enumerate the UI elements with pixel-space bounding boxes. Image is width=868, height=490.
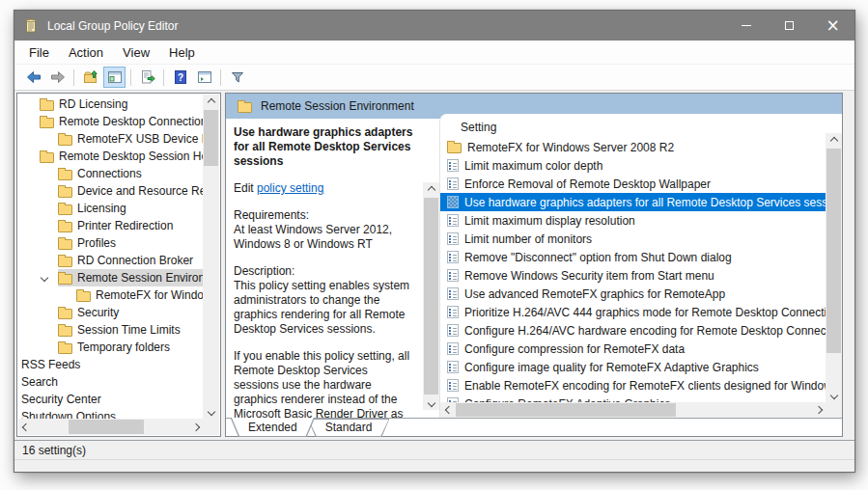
setting-row[interactable]: Remove Windows Security item from Start …	[440, 266, 826, 285]
list-vertical-scrollbar[interactable]	[826, 133, 842, 402]
tree-item[interactable]: Remote Desktop Session Host	[18, 148, 203, 165]
scrollbar-thumb[interactable]	[204, 110, 218, 166]
forward-button[interactable]	[46, 67, 69, 88]
tab-extended-label: Extended	[231, 419, 315, 434]
scroll-right-arrow[interactable]	[188, 419, 203, 435]
tab-standard[interactable]: Standard	[308, 419, 390, 437]
filter-button[interactable]	[226, 67, 248, 88]
setting-row[interactable]: Remove "Disconnect" option from Shut Dow…	[440, 248, 826, 266]
show-window-button[interactable]	[193, 67, 215, 88]
setting-label: Enforce Removal of Remote Desktop Wallpa…	[464, 177, 711, 191]
tree-item[interactable]: Device and Resource Redirect	[18, 182, 203, 200]
scroll-up-arrow[interactable]	[203, 95, 219, 109]
folder-icon	[58, 343, 72, 354]
tree-item[interactable]: Profiles	[18, 234, 203, 252]
description-vertical-scrollbar[interactable]	[423, 182, 439, 410]
policy-icon	[447, 251, 459, 263]
policy-setting-link[interactable]: policy setting	[257, 181, 323, 195]
menu-view[interactable]: View	[113, 42, 159, 63]
minimize-button[interactable]	[724, 11, 768, 41]
tree-item[interactable]: Remote Session Environment	[18, 269, 203, 286]
close-button[interactable]: ×	[811, 11, 854, 41]
tree-item[interactable]: Connections	[18, 165, 203, 182]
tree-item[interactable]: Security	[18, 304, 203, 321]
tree-vertical-scrollbar[interactable]	[203, 95, 219, 419]
policy-title: Use hardware graphics adapters for all R…	[234, 125, 415, 169]
setting-row[interactable]: Configure compression for RemoteFX data	[440, 340, 826, 358]
export-list-button[interactable]	[136, 67, 158, 88]
scroll-up-arrow[interactable]	[423, 182, 439, 197]
scrollbar-thumb[interactable]	[69, 420, 144, 434]
tree-item[interactable]: Search	[18, 373, 203, 391]
setting-row[interactable]: Limit maximum color depth	[440, 156, 826, 175]
help-button[interactable]: ?	[169, 67, 191, 88]
policy-icon	[447, 342, 459, 355]
scroll-down-arrow[interactable]	[826, 388, 842, 402]
folder-icon	[447, 143, 462, 153]
tree-item[interactable]: Security Center	[18, 391, 203, 408]
menu-action[interactable]: Action	[59, 42, 113, 63]
setting-row[interactable]: Enforce Removal of Remote Desktop Wallpa…	[440, 175, 826, 193]
scroll-left-arrow[interactable]	[442, 402, 456, 418]
tree-item[interactable]: Session Time Limits	[18, 321, 203, 339]
tree-item-label: Shutdown Options	[21, 410, 116, 419]
setting-row[interactable]: Configure image quality for RemoteFX Ada…	[440, 358, 826, 376]
tree-item-label: RSS Feeds	[21, 358, 80, 371]
export-list-icon	[140, 69, 155, 85]
menu-help[interactable]: Help	[159, 42, 205, 63]
tree-horizontal-scrollbar[interactable]	[18, 419, 203, 435]
scrollbar-thumb[interactable]	[424, 198, 438, 395]
tree-item[interactable]: Remote Desktop Connection Clie	[18, 113, 203, 130]
tree-item-label: Security	[77, 306, 119, 319]
title-bar[interactable]: Local Group Policy Editor ×	[14, 11, 854, 41]
show-console-tree-button[interactable]	[103, 67, 126, 88]
menu-file[interactable]: File	[19, 42, 59, 63]
setting-row[interactable]: Use hardware graphics adapters for all R…	[440, 193, 826, 211]
tree-item[interactable]: Shutdown Options	[18, 408, 203, 419]
folder-icon	[58, 274, 72, 285]
folder-icon	[40, 152, 54, 163]
scrollbar-thumb[interactable]	[456, 403, 676, 417]
setting-label: Limit maximum color depth	[464, 159, 602, 173]
tab-extended[interactable]: Extended	[231, 419, 315, 437]
tree-item[interactable]: Licensing	[18, 200, 203, 217]
setting-column-header[interactable]: Setting	[440, 118, 826, 137]
back-button[interactable]	[22, 67, 44, 88]
local-group-policy-editor-window: Local Group Policy Editor × File Action …	[14, 10, 855, 473]
maximize-button[interactable]	[768, 11, 811, 41]
tree-item-label: Temporary folders	[77, 340, 170, 354]
setting-label: Use hardware graphics adapters for all R…	[464, 196, 826, 209]
setting-row[interactable]: Enable RemoteFX encoding for RemoteFX cl…	[440, 376, 826, 395]
tree-item[interactable]: Temporary folders	[18, 339, 203, 356]
requirements-label: Requirements:	[234, 208, 415, 223]
setting-row[interactable]: Prioritize H.264/AVC 444 graphics mode f…	[440, 303, 826, 321]
tree-item[interactable]: RSS Feeds	[18, 356, 203, 373]
folder-icon	[40, 118, 54, 128]
scroll-down-arrow[interactable]	[203, 404, 219, 419]
list-horizontal-scrollbar[interactable]	[440, 402, 826, 418]
expand-chevron-icon[interactable]	[41, 274, 48, 282]
setting-label: Configure image quality for RemoteFX Ada…	[464, 361, 759, 374]
setting-row[interactable]: Limit maximum display resolution	[440, 211, 826, 230]
scroll-down-arrow[interactable]	[423, 395, 439, 410]
tree-item-label: Connections	[77, 167, 142, 180]
tree-item-label: Search	[21, 375, 58, 389]
tree-item[interactable]: RemoteFX USB Device Redirec	[18, 130, 203, 148]
scrollbar-thumb[interactable]	[826, 149, 841, 353]
window-title: Local Group Policy Editor	[47, 19, 178, 33]
tree-item[interactable]: RD Licensing	[18, 95, 203, 113]
setting-row[interactable]: Configure RemoteFX Adaptive Graphics	[440, 395, 826, 402]
tree-item[interactable]: RD Connection Broker	[18, 252, 203, 269]
tree-item[interactable]: Printer Redirection	[18, 217, 203, 234]
setting-row[interactable]: Configure H.264/AVC hardware encoding fo…	[440, 321, 826, 340]
setting-row[interactable]: Use advanced RemoteFX graphics for Remot…	[440, 285, 826, 303]
setting-label: Configure compression for RemoteFX data	[464, 342, 685, 356]
setting-row[interactable]: RemoteFX for Windows Server 2008 R2	[440, 138, 826, 156]
requirements-text: At least Windows Server 2012, Windows 8 …	[234, 223, 415, 252]
scroll-left-arrow[interactable]	[18, 419, 33, 435]
scroll-right-arrow[interactable]	[812, 402, 826, 418]
tree-item[interactable]: RemoteFX for Windows Se	[18, 286, 203, 304]
scroll-up-arrow[interactable]	[826, 133, 842, 148]
up-one-level-button[interactable]	[79, 67, 101, 88]
setting-row[interactable]: Limit number of monitors	[440, 230, 826, 248]
